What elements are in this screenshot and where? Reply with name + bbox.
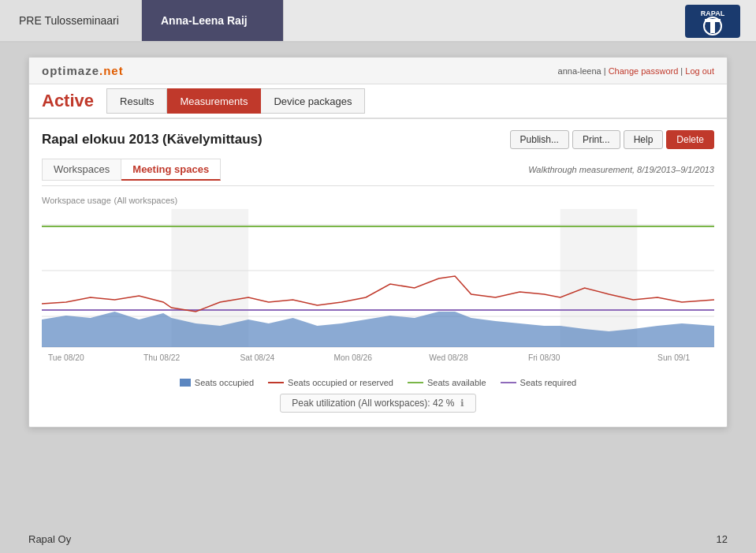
content-area: Rapal elokuu 2013 (Kävelymittaus) Publis… — [29, 119, 727, 427]
nav-bar: Active Results Measurements Device packa… — [29, 84, 727, 119]
tab-anna-leena-label: Anna-Leena Raij — [161, 14, 248, 27]
tab-pre-label: PRE Tulosseminaari — [19, 14, 119, 27]
tab-device-packages[interactable]: Device packages — [261, 88, 365, 114]
legend-seats-available: Seats available — [408, 378, 486, 387]
active-label: Active — [42, 91, 94, 111]
tab-anna-leena[interactable]: Anna-Leena Raij — [142, 0, 284, 41]
peak-utilization: Peak utilization (All workspaces): 42 % … — [42, 394, 714, 413]
measurement-info: Walkthrough measurement, 8/19/2013–9/1/2… — [528, 165, 714, 174]
svg-text:Mon 08/26: Mon 08/26 — [333, 353, 372, 362]
separator: | — [678, 66, 685, 76]
svg-rect-7 — [560, 209, 638, 347]
user-name: anna-leena | — [558, 66, 609, 76]
rapal-logo: RAPAL — [685, 5, 740, 38]
tab-pre[interactable]: PRE Tulosseminaari — [0, 0, 142, 41]
optimaze-logo-text: optimaze — [42, 64, 99, 77]
footer-company: Rapal Oy — [28, 533, 71, 545]
footer-page-number: 12 — [717, 533, 728, 545]
svg-text:Wed 08/28: Wed 08/28 — [429, 353, 468, 362]
tab-results[interactable]: Results — [106, 88, 167, 114]
sub-tab-workspaces[interactable]: Workspaces — [42, 159, 121, 181]
chart-title: Workspace usage (All workspaces) — [42, 194, 714, 206]
footer: Rapal Oy 12 — [28, 533, 728, 545]
chart-legend: Seats occupied Seats occupied or reserve… — [42, 378, 714, 387]
slide-area: optimaze.net anna-leena | Change passwor… — [28, 57, 728, 428]
change-password-link[interactable]: Change password — [609, 66, 679, 76]
delete-button[interactable]: Delete — [666, 130, 714, 149]
chart-container: 75 seats 50 seats 25 seats Tue 08/20 Thu… — [42, 209, 714, 375]
info-icon: ℹ — [460, 398, 464, 409]
sub-tab-meeting-spaces[interactable]: Meeting spaces — [121, 159, 221, 181]
sub-tabs: Workspaces Meeting spaces — [42, 159, 221, 181]
legend-seats-required: Seats required — [501, 378, 577, 387]
svg-text:Sat 08/24: Sat 08/24 — [240, 353, 274, 362]
svg-text:Tue 08/20: Tue 08/20 — [48, 353, 84, 362]
optimaze-logo: optimaze.net — [42, 64, 124, 77]
svg-text:Fri 08/30: Fri 08/30 — [528, 353, 560, 362]
legend-box-occupied — [180, 379, 191, 387]
logout-link[interactable]: Log out — [685, 66, 714, 76]
optimaze-logo-sub: .net — [99, 64, 124, 77]
help-button[interactable]: Help — [624, 130, 664, 149]
sub-tabs-row: Workspaces Meeting spaces Walkthrough me… — [42, 159, 714, 186]
report-title: Rapal elokuu 2013 (Kävelymittaus) — [42, 132, 263, 148]
peak-badge: Peak utilization (All workspaces): 42 % … — [280, 394, 475, 413]
svg-text:Sun 09/1: Sun 09/1 — [657, 353, 690, 362]
print-button[interactable]: Print... — [572, 130, 620, 149]
tab-measurements[interactable]: Measurements — [167, 88, 261, 114]
legend-seats-reserved: Seats occupied or reserved — [268, 378, 393, 387]
svg-rect-3 — [710, 22, 715, 33]
user-links-area: anna-leena | Change password | Log out — [558, 66, 714, 76]
chart-section: Workspace usage (All workspaces) 75 — [42, 194, 714, 413]
optimaze-header: optimaze.net anna-leena | Change passwor… — [29, 58, 727, 84]
publish-button[interactable]: Publish... — [510, 130, 569, 149]
legend-line-required — [501, 382, 516, 383]
legend-line-reserved — [268, 382, 284, 383]
legend-line-available — [408, 382, 423, 383]
legend-seats-occupied: Seats occupied — [180, 378, 254, 387]
svg-text:Thu 08/22: Thu 08/22 — [143, 353, 181, 362]
svg-text:RAPAL: RAPAL — [701, 9, 725, 17]
top-bar: PRE Tulosseminaari Anna-Leena Raij RAPAL — [0, 0, 756, 43]
report-title-row: Rapal elokuu 2013 (Kävelymittaus) Publis… — [42, 130, 714, 149]
report-actions: Publish... Print... Help Delete — [510, 130, 714, 149]
